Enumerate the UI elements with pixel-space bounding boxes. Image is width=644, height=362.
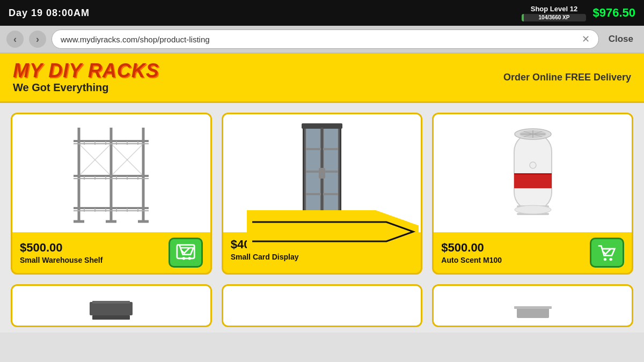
svg-rect-68 — [90, 302, 133, 315]
forward-button[interactable]: › — [29, 31, 46, 48]
svg-rect-54 — [514, 173, 552, 188]
cart-icon — [176, 243, 195, 262]
add-to-cart-scent[interactable] — [590, 238, 624, 268]
display-image — [295, 122, 349, 224]
partial-product-3 — [506, 286, 560, 326]
partial-product-1 — [84, 286, 138, 326]
top-bar-right: Shop Level 12 104/3660 XP $976.50 — [522, 5, 635, 21]
svg-rect-72 — [514, 306, 552, 309]
product-image-display — [223, 114, 421, 232]
svg-point-36 — [188, 257, 191, 260]
svg-point-61 — [604, 258, 606, 261]
top-bar: Day 19 08:00AM Shop Level 12 104/3660 XP… — [0, 0, 644, 26]
svg-rect-47 — [514, 133, 552, 211]
product-image-shelf — [12, 114, 210, 232]
product-info-display: $400.00 Small Card Display — [231, 238, 299, 261]
product-card-partial-1 — [11, 284, 212, 327]
add-to-cart-shelf[interactable] — [169, 238, 203, 268]
product-card-shelf: $500.00 Small Warehouse Shelf — [11, 113, 212, 275]
product-card-partial-2 — [222, 284, 423, 327]
svg-point-35 — [182, 257, 185, 260]
url-text: www.mydiyracks.com/shop/product-listing — [61, 35, 210, 44]
svg-point-59 — [515, 205, 551, 214]
svg-rect-69 — [92, 301, 130, 304]
product-card-scent: $500.00 Auto Scent M100 — [432, 113, 633, 275]
url-clear-icon[interactable]: ✕ — [582, 33, 590, 45]
store-header: MY DIY RACKS We Got Everything Order Onl… — [0, 54, 644, 103]
product-card-partial-3 — [432, 284, 633, 327]
product-footer-scent: $500.00 Auto Scent M100 — [434, 232, 632, 273]
product-info-shelf: $500.00 Small Warehouse Shelf — [20, 241, 103, 264]
second-row — [0, 284, 644, 333]
cart-icon-scent — [597, 243, 617, 262]
product-name-shelf: Small Warehouse Shelf — [20, 256, 103, 264]
product-price-display: $400.00 — [231, 238, 299, 252]
svg-point-62 — [609, 258, 612, 261]
money-display: $976.50 — [592, 6, 635, 20]
xp-bar-container: 104/3660 XP — [522, 14, 586, 21]
shop-level-block: Shop Level 12 104/3660 XP — [522, 5, 586, 21]
svg-rect-70 — [92, 315, 130, 320]
svg-rect-46 — [319, 168, 325, 179]
store-name: MY DIY RACKS — [13, 61, 159, 80]
product-footer-shelf: $500.00 Small Warehouse Shelf — [12, 232, 210, 273]
shop-level-title: Shop Level 12 — [522, 5, 586, 13]
product-grid: $500.00 Small Warehouse Shelf — [0, 103, 644, 284]
url-bar[interactable]: www.mydiyracks.com/shop/product-listing … — [52, 29, 599, 49]
day-time: Day 19 08:00AM — [9, 8, 90, 19]
product-price-shelf: $500.00 — [20, 241, 103, 255]
svg-rect-44 — [302, 218, 342, 223]
svg-rect-55 — [514, 173, 552, 175]
product-card-display: $400.00 Small Card Display — [222, 113, 423, 275]
store-tagline: We Got Everything — [13, 82, 159, 94]
browser-bar: ‹ › www.mydiyracks.com/shop/product-list… — [0, 26, 644, 54]
product-footer-display: $400.00 Small Card Display — [223, 232, 421, 267]
back-button[interactable]: ‹ — [6, 31, 24, 48]
product-info-scent: $500.00 Auto Scent M100 — [441, 241, 502, 264]
store-brand: MY DIY RACKS We Got Everything — [13, 61, 159, 94]
product-name-scent: Auto Scent M100 — [441, 256, 502, 264]
svg-point-60 — [530, 162, 536, 168]
xp-bar-label: 104/3660 XP — [522, 14, 586, 21]
store-promo: Order Online FREE Delivery — [503, 72, 631, 83]
shelf-image — [57, 122, 165, 224]
close-button[interactable]: Close — [604, 32, 638, 47]
product-price-scent: $500.00 — [441, 241, 502, 255]
scent-image — [498, 122, 568, 224]
product-name-display: Small Card Display — [231, 253, 299, 261]
product-image-scent — [434, 114, 632, 232]
